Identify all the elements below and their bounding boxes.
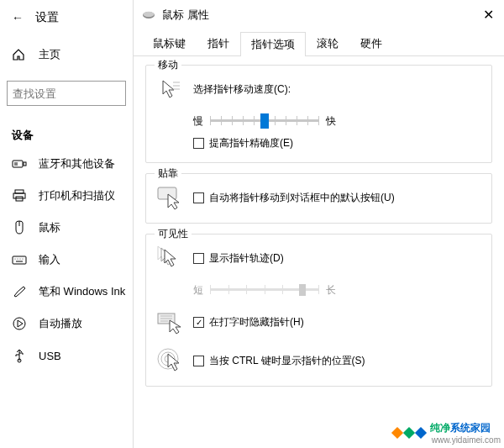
sidebar-item-label: 自动播放: [39, 316, 82, 331]
trails-checkbox[interactable]: [193, 253, 204, 264]
snap-icon: [156, 184, 183, 211]
motion-group: 移动 选择指针移动速度(C): 慢 快: [145, 65, 492, 163]
trails-icon: [156, 245, 183, 271]
sidebar-item-pen[interactable]: 笔和 Windows Ink: [0, 276, 133, 308]
sidebar-item-label: 鼠标: [39, 220, 60, 235]
svg-point-11: [20, 259, 21, 260]
sidebar-item-label: USB: [39, 350, 61, 362]
mouse-icon: [12, 220, 27, 235]
sidebar-item-mouse[interactable]: 鼠标: [0, 212, 133, 244]
pen-icon: [12, 284, 27, 299]
sidebar-item-label: 打印机和扫描仪: [39, 188, 115, 203]
svg-rect-1: [24, 162, 26, 166]
mouse-hw-icon: [142, 11, 155, 19]
svg-point-18: [144, 11, 155, 17]
sidebar-item-usb[interactable]: USB: [0, 340, 133, 372]
enhance-precision-label: 提高指针精确度(E): [209, 136, 293, 150]
watermark-logo-icon: [391, 427, 427, 439]
svg-rect-0: [13, 161, 23, 167]
enhance-precision-checkbox[interactable]: [193, 138, 204, 149]
speed-label: 选择指针移动速度(C):: [193, 82, 291, 97]
svg-rect-8: [13, 256, 26, 264]
usb-icon: [12, 348, 27, 363]
svg-point-10: [18, 259, 18, 260]
settings-header: ← 设置: [0, 0, 133, 32]
tab-strip: 鼠标键 指针 指针选项 滚轮 硬件: [134, 26, 504, 56]
ctrl-locate-checkbox[interactable]: [193, 356, 204, 366]
svg-point-12: [23, 259, 24, 260]
pointer-speed-icon: [156, 76, 183, 103]
motion-group-label: 移动: [155, 58, 181, 72]
back-arrow-icon[interactable]: ←: [12, 11, 24, 24]
tab-buttons[interactable]: 鼠标键: [142, 31, 197, 55]
tab-wheel[interactable]: 滚轮: [306, 31, 349, 55]
dialog-title: 鼠标 属性: [162, 8, 478, 23]
ctrl-locate-icon: [156, 347, 183, 374]
tab-hardware[interactable]: 硬件: [349, 31, 393, 55]
sidebar-item-printers[interactable]: 打印机和扫描仪: [0, 180, 133, 212]
keyboard-icon: [12, 252, 27, 267]
snap-group-label: 贴靠: [155, 166, 181, 181]
svg-rect-22: [158, 187, 176, 199]
watermark: 纯净系统家园 www.yidaimei.com: [391, 421, 501, 445]
sidebar-item-bluetooth[interactable]: 蓝牙和其他设备: [0, 148, 133, 180]
tab-pointers[interactable]: 指针: [197, 31, 240, 55]
sidebar-item-label: 蓝牙和其他设备: [39, 156, 115, 171]
search-input[interactable]: [13, 87, 120, 100]
snap-group: 贴靠 自动将指针移动到对话框中的默认按钮(U): [145, 173, 492, 224]
hide-typing-label: 在打字时隐藏指针(H): [209, 315, 304, 329]
visibility-group: 可见性 显示指针轨迹(D) 短: [145, 234, 492, 387]
hide-typing-icon: [156, 308, 183, 335]
visibility-group-label: 可见性: [155, 227, 192, 241]
snap-checkbox[interactable]: [193, 192, 204, 203]
close-icon[interactable]: ✕: [478, 7, 499, 23]
svg-rect-4: [15, 190, 24, 193]
trails-slider: [210, 280, 319, 300]
mouse-properties-dialog: 鼠标 属性 ✕ 鼠标键 指针 指针选项 滚轮 硬件 移动 选择指针移动速度(C)…: [133, 0, 504, 448]
dialog-body: 移动 选择指针移动速度(C): 慢 快: [134, 56, 504, 387]
sidebar-item-typing[interactable]: 输入: [0, 244, 133, 276]
autoplay-icon: [12, 316, 27, 331]
ctrl-locate-label: 当按 CTRL 键时显示指针的位置(S): [209, 354, 365, 368]
pointer-speed-slider[interactable]: [210, 111, 319, 131]
speed-fast-label: 快: [326, 114, 336, 129]
bluetooth-icon: [12, 156, 27, 171]
svg-rect-5: [13, 193, 25, 198]
watermark-text1: 纯净: [430, 422, 450, 434]
snap-label: 自动将指针移动到对话框中的默认按钮(U): [209, 191, 395, 205]
tab-pointer-options[interactable]: 指针选项: [240, 32, 306, 56]
settings-panel: ← 设置 主页 设备 蓝牙和其他设备 打印机和扫描仪 鼠标 输入 笔和 Wind…: [0, 0, 133, 448]
sidebar-item-label: 输入: [39, 252, 60, 267]
category-label: 设备: [0, 109, 133, 148]
watermark-url: www.yidaimei.com: [432, 435, 501, 445]
sidebar-item-label: 笔和 Windows Ink: [39, 284, 125, 299]
settings-title: 设置: [35, 10, 59, 25]
printer-icon: [12, 188, 27, 203]
home-icon: [12, 48, 25, 61]
search-box[interactable]: [7, 81, 126, 106]
dialog-titlebar: 鼠标 属性 ✕: [134, 0, 504, 26]
home-label: 主页: [39, 47, 60, 62]
trails-long-label: 长: [326, 283, 336, 298]
svg-point-9: [15, 259, 16, 260]
watermark-text2: 系统家园: [450, 422, 491, 434]
sidebar-item-autoplay[interactable]: 自动播放: [0, 308, 133, 340]
trails-short-label: 短: [193, 283, 203, 298]
home-row[interactable]: 主页: [0, 40, 133, 69]
speed-slow-label: 慢: [193, 114, 203, 129]
trails-label: 显示指针轨迹(D): [209, 251, 284, 266]
hide-typing-checkbox[interactable]: ✓: [193, 317, 204, 328]
